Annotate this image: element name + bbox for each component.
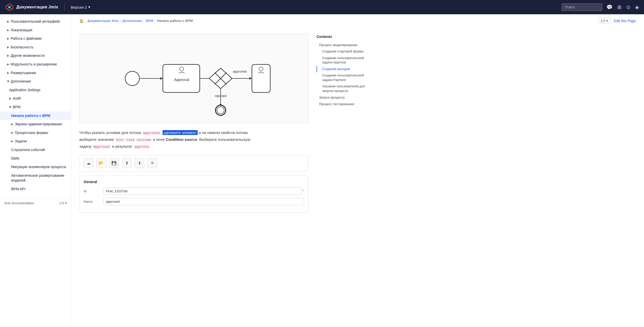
chevron-right-icon: ▶	[7, 45, 9, 49]
sidebar-item-bpm-api[interactable]: BPM API	[0, 185, 71, 194]
toolbar-upload-file-btn[interactable]: ⬆	[122, 158, 132, 168]
text2-mid: в поле	[152, 137, 166, 142]
toc-title: Contents	[317, 35, 373, 39]
sidebar-item-event-listeners[interactable]: Слушатели событий	[0, 146, 71, 154]
sidebar-item-label: Audit	[13, 96, 21, 101]
toc-item-1[interactable]: Создание стартовой формы	[317, 48, 373, 55]
toolbar-save-btn[interactable]: 💾	[109, 158, 119, 168]
toc-item-5[interactable]: Указание пользователей для запуска проце…	[317, 83, 373, 94]
sidebar-item-tasks[interactable]: ▶ Задачи	[0, 137, 71, 146]
toc-item-7[interactable]: Процесс тестирования	[317, 101, 373, 107]
sidebar-item-audit[interactable]: ▶ Audit	[0, 94, 71, 103]
jmix-site-icon[interactable]: ◈	[635, 4, 639, 10]
sidebar-item-bpm-getting-started[interactable]: Начало работы с BPM	[0, 112, 71, 120]
search-input[interactable]	[562, 3, 602, 11]
properties-panel: General Id * Name	[79, 175, 308, 213]
breadcrumb-link-bpm[interactable]: BPM	[146, 19, 153, 23]
svg-marker-15	[249, 77, 252, 80]
toolbar-upload-btn[interactable]: ☁	[84, 158, 93, 168]
sidebar-item-bpm[interactable]: ▶ BPM	[0, 103, 71, 112]
breadcrumb-link-addons[interactable]: Дополнения	[122, 19, 142, 23]
navbar-version-selector[interactable]: Версия 2 ▾	[71, 5, 90, 9]
sidebar-item-deployment[interactable]: ▶ Развертывание	[0, 69, 71, 77]
code-approval: Approval	[92, 145, 111, 149]
chevron-down-icon: ▶	[6, 80, 10, 83]
form-name-label: Name	[84, 200, 99, 203]
chevron-down-icon: ▾	[88, 5, 90, 9]
form-id-input[interactable]	[103, 187, 302, 195]
required-star: *	[303, 189, 304, 193]
home-icon[interactable]: 🏠	[79, 19, 84, 23]
svg-marker-4	[160, 77, 163, 80]
sidebar-item-label: Другие возможности	[11, 53, 45, 58]
breadcrumb-sep: /	[144, 19, 144, 23]
toc-item-3[interactable]: Создание выходов	[317, 66, 373, 73]
chevron-down-icon: ▶	[8, 106, 12, 108]
sidebar-bottom-label: Jmix Documentation	[4, 201, 34, 205]
chat-icon[interactable]: 💬	[606, 4, 613, 10]
content-area: 🏠 / Документация Jmix / Дополнения / BPM…	[71, 14, 644, 327]
toc-item-2[interactable]: Создание пользовательской задачи Approva…	[317, 55, 373, 66]
svg-rect-16	[252, 64, 270, 92]
sidebar-item-other[interactable]: ▶ Другие возможности	[0, 51, 71, 60]
sidebar-item-migration[interactable]: Миграция экземпляров процесса	[0, 163, 71, 171]
page-text-paragraph: Чтобы указать условие для потока approve…	[79, 129, 308, 150]
sidebar-item-label: BPM API	[11, 187, 25, 192]
sidebar-item-label: Дополнения	[11, 79, 31, 84]
chevron-right-icon: ▶	[11, 131, 13, 135]
svg-text:Approval: Approval	[174, 77, 189, 82]
toolbar-panel: ☁ 📂 💾 ⬆ ⬇ ✕	[79, 155, 308, 171]
breadcrumb-bar: 🏠 / Документация Jmix / Дополнения / BPM…	[71, 14, 644, 28]
sidebar-item-admin-screens[interactable]: ▶ Экраны администрирования	[0, 120, 71, 129]
text3: задачу	[79, 144, 92, 148]
main-content: Approval approved	[79, 34, 308, 321]
sidebar-item-label: Задачи	[15, 139, 27, 144]
toolbar-folder-btn[interactable]: 📂	[96, 158, 106, 168]
toc-item-6[interactable]: Запуск процесса	[317, 94, 373, 101]
sidebar-item-security[interactable]: ▶ Безопасность	[0, 43, 71, 52]
sidebar-item-label: Application Settings	[9, 88, 40, 93]
sidebar-item-label: Миграция экземпляров процесса	[11, 165, 66, 170]
form-name-input[interactable]	[103, 198, 304, 205]
bpm-diagram: Approval approved	[115, 39, 273, 118]
version-badge[interactable]: 2.0 ▾	[598, 18, 610, 24]
github-icon[interactable]: ⊙	[626, 4, 631, 10]
sidebar-item-process-forms[interactable]: ▶ Процессные формы	[0, 129, 71, 137]
sidebar-item-auto-deploy[interactable]: Автоматическое развертывание моделей	[0, 171, 71, 185]
sidebar-item-user-interface[interactable]: ▶ Пользовательский интерфейс	[0, 17, 71, 26]
grid-icon[interactable]: ⊞	[617, 4, 622, 10]
toolbar-download-btn[interactable]: ⬇	[135, 158, 144, 168]
breadcrumb-link-jmix[interactable]: Документация Jmix	[88, 19, 118, 23]
breadcrumb-right: 2.0 ▾ Edit this Page	[598, 18, 636, 24]
sidebar-item-label: Процессные формы	[15, 130, 48, 135]
highlighted-text: щелкните элемент	[163, 130, 197, 135]
text-condition-source: Condition source	[166, 137, 197, 142]
sidebar-item-dmn[interactable]: DMN	[0, 154, 71, 163]
navbar-logo[interactable]: Документация Jmix	[5, 3, 58, 11]
form-id-wrapper: *	[103, 187, 304, 195]
code-approved: approved	[142, 131, 161, 135]
sidebar-item-localization[interactable]: ▶ Локализация	[0, 26, 71, 35]
sidebar-item-app-settings[interactable]: Application Settings	[0, 86, 71, 94]
sidebar-item-modularity[interactable]: ▶ Модульность и расширение	[0, 60, 71, 69]
sidebar-bottom-version[interactable]: 2.0 ▾	[60, 201, 67, 205]
chevron-right-icon: ▶	[9, 97, 11, 100]
chevron-right-icon: ▶	[7, 71, 9, 75]
form-id-label: Id	[84, 189, 99, 193]
sidebar-bottom-version-text: 2.0	[60, 201, 64, 205]
sidebar-bottom[interactable]: Jmix Documentation 2.0 ▾	[0, 198, 71, 208]
sidebar-item-label: Локализация	[11, 28, 32, 33]
toc-item-0[interactable]: Процесс моделирования	[317, 42, 373, 48]
toc-item-4[interactable]: Создание пользовательской задачи Payment	[317, 72, 373, 83]
form-row-id: Id *	[84, 187, 304, 195]
sidebar-item-label: Модульность и расширение	[11, 62, 57, 67]
breadcrumb-sep: /	[120, 19, 121, 23]
navbar: Документация Jmix Версия 2 ▾ 💬 ⊞ ⊙ ◈	[0, 0, 644, 14]
chevron-right-icon: ▶	[11, 122, 13, 126]
sidebar-item-file-ops[interactable]: ▶ Работа с файлами	[0, 34, 71, 43]
chevron-right-icon: ▶	[7, 37, 9, 40]
sidebar-item-addons[interactable]: ▶ Дополнения	[0, 77, 71, 86]
edit-page-button[interactable]: Edit this Page	[614, 19, 636, 23]
toolbar-close-btn[interactable]: ✕	[147, 158, 157, 168]
sidebar-item-label: DMN	[11, 156, 19, 161]
